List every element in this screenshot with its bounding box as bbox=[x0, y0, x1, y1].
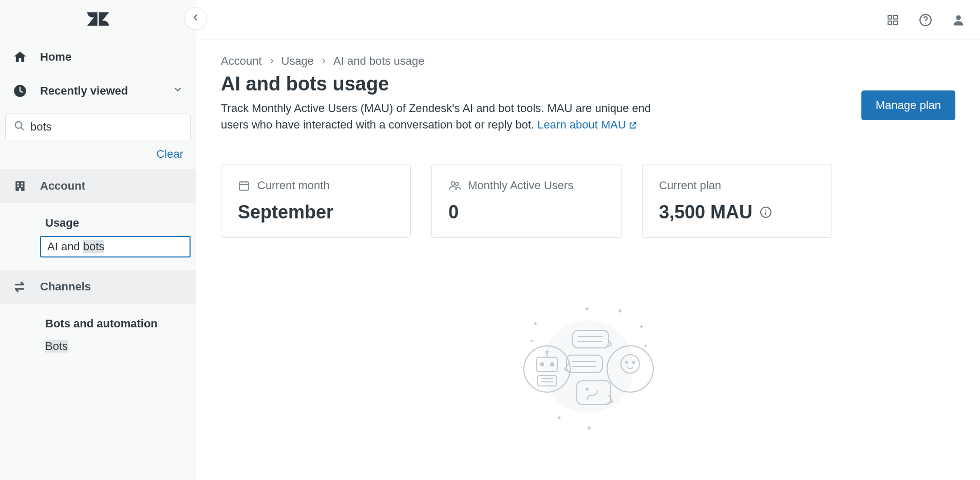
building-icon bbox=[12, 178, 28, 194]
sidebar-item-bots[interactable]: Bots bbox=[0, 336, 196, 357]
svg-rect-9 bbox=[21, 186, 23, 187]
card-mau: Monthly Active Users 0 bbox=[431, 164, 621, 238]
svg-rect-6 bbox=[17, 183, 19, 184]
main: Account Usage AI and bots usage AI and b… bbox=[196, 0, 980, 480]
chevron-left-icon bbox=[191, 13, 200, 24]
nav-recent-label: Recently viewed bbox=[40, 84, 128, 98]
nav-home[interactable]: Home bbox=[0, 40, 196, 74]
svg-point-16 bbox=[925, 22, 926, 23]
card-current-month: Current month September bbox=[221, 164, 411, 238]
ai-bots-prefix: AI and bbox=[47, 240, 83, 253]
card-plan-label: Current plan bbox=[659, 179, 721, 192]
svg-point-36 bbox=[633, 361, 635, 363]
svg-point-20 bbox=[456, 182, 459, 186]
sidebar-channels-label: Channels bbox=[40, 280, 91, 293]
svg-point-45 bbox=[531, 340, 533, 342]
svg-point-17 bbox=[956, 15, 960, 20]
content: Account Usage AI and bots usage AI and b… bbox=[196, 40, 980, 448]
collapse-sidebar-button[interactable] bbox=[184, 7, 207, 30]
card-mau-label: Monthly Active Users bbox=[468, 179, 573, 192]
home-icon bbox=[12, 49, 28, 65]
svg-rect-14 bbox=[894, 21, 897, 25]
external-link-icon bbox=[628, 121, 637, 130]
manage-plan-button[interactable]: Manage plan bbox=[861, 90, 955, 120]
svg-point-27 bbox=[551, 363, 554, 366]
channels-subgroup: Bots and automation Bots bbox=[0, 304, 196, 368]
svg-rect-7 bbox=[21, 183, 23, 184]
page-description: Track Monthly Active Users (MAU) of Zend… bbox=[221, 100, 673, 133]
sidebar-section-account[interactable]: Account bbox=[0, 169, 196, 203]
svg-point-19 bbox=[451, 181, 455, 185]
arrows-icon bbox=[12, 279, 28, 294]
card-current-plan: Current plan 3,500 MAU bbox=[642, 164, 832, 238]
usage-title: Usage bbox=[0, 213, 196, 235]
card-mau-value: 0 bbox=[448, 201, 605, 223]
topbar bbox=[196, 0, 980, 40]
nav-recently-viewed[interactable]: Recently viewed bbox=[0, 74, 196, 108]
sidebar-section-channels[interactable]: Channels bbox=[0, 270, 196, 304]
page-title: AI and bots usage bbox=[221, 73, 673, 95]
svg-point-44 bbox=[586, 388, 588, 390]
svg-point-29 bbox=[546, 351, 548, 353]
account-subgroup: Usage AI and bots bbox=[0, 203, 196, 270]
sidebar-item-ai-and-bots[interactable]: AI and bots bbox=[40, 236, 191, 257]
bots-item-label: Bots bbox=[45, 340, 68, 353]
svg-rect-13 bbox=[888, 21, 892, 25]
nav-home-label: Home bbox=[40, 50, 71, 64]
breadcrumb-account[interactable]: Account bbox=[221, 54, 262, 68]
empty-state-illustration bbox=[221, 300, 955, 433]
chevron-right-icon bbox=[268, 54, 275, 68]
breadcrumb: Account Usage AI and bots usage bbox=[221, 54, 955, 68]
zendesk-logo-icon bbox=[86, 11, 110, 27]
svg-rect-1 bbox=[87, 11, 97, 12]
bots-automation-title: Bots and automation bbox=[0, 314, 196, 336]
svg-rect-12 bbox=[894, 15, 897, 19]
svg-point-46 bbox=[645, 345, 647, 347]
stat-cards: Current month September Monthly Active U… bbox=[221, 164, 955, 238]
svg-rect-10 bbox=[19, 188, 21, 191]
apps-grid-icon[interactable] bbox=[885, 13, 900, 27]
clear-search-link[interactable]: Clear bbox=[156, 147, 183, 160]
breadcrumb-current: AI and bots usage bbox=[333, 54, 424, 68]
help-icon[interactable] bbox=[918, 13, 933, 27]
calendar-icon bbox=[238, 179, 250, 192]
card-current-month-value: September bbox=[238, 201, 394, 223]
sidebar-search bbox=[0, 108, 196, 140]
profile-icon[interactable] bbox=[951, 13, 966, 27]
search-box[interactable] bbox=[5, 114, 191, 140]
learn-about-mau-link[interactable]: Learn about MAU bbox=[537, 118, 637, 131]
chevron-right-icon bbox=[320, 54, 327, 68]
card-current-month-label: Current month bbox=[257, 179, 330, 192]
svg-point-35 bbox=[626, 361, 628, 363]
users-icon bbox=[448, 179, 461, 192]
svg-rect-11 bbox=[888, 15, 892, 19]
svg-point-26 bbox=[540, 363, 543, 366]
search-input[interactable] bbox=[30, 120, 182, 134]
clock-icon bbox=[12, 83, 28, 99]
ai-bots-highlight: bots bbox=[83, 240, 105, 253]
svg-point-22 bbox=[765, 210, 766, 211]
search-icon bbox=[14, 120, 25, 134]
info-icon[interactable] bbox=[760, 206, 772, 218]
svg-rect-2 bbox=[99, 26, 108, 27]
svg-rect-8 bbox=[17, 186, 19, 187]
sidebar-account-label: Account bbox=[40, 179, 85, 193]
logo bbox=[0, 0, 196, 40]
card-plan-value: 3,500 MAU bbox=[659, 201, 752, 223]
svg-point-4 bbox=[15, 122, 22, 128]
sidebar: Home Recently viewed Clear bbox=[0, 0, 196, 480]
chevron-down-icon bbox=[172, 84, 183, 98]
breadcrumb-usage[interactable]: Usage bbox=[281, 54, 314, 68]
svg-rect-18 bbox=[239, 182, 249, 190]
